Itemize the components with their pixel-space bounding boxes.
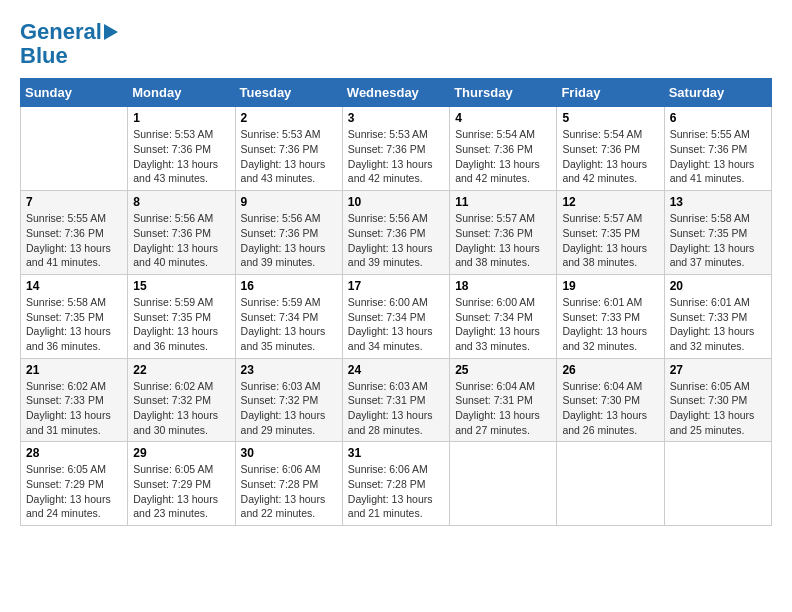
col-header-tuesday: Tuesday <box>235 79 342 107</box>
day-info: Sunrise: 5:57 AM Sunset: 7:36 PM Dayligh… <box>455 211 551 270</box>
week-row-5: 28Sunrise: 6:05 AM Sunset: 7:29 PM Dayli… <box>21 442 772 526</box>
calendar-cell: 2Sunrise: 5:53 AM Sunset: 7:36 PM Daylig… <box>235 107 342 191</box>
calendar-cell: 17Sunrise: 6:00 AM Sunset: 7:34 PM Dayli… <box>342 274 449 358</box>
calendar-cell: 11Sunrise: 5:57 AM Sunset: 7:36 PM Dayli… <box>450 191 557 275</box>
col-header-thursday: Thursday <box>450 79 557 107</box>
day-info: Sunrise: 5:54 AM Sunset: 7:36 PM Dayligh… <box>455 127 551 186</box>
day-info: Sunrise: 6:05 AM Sunset: 7:30 PM Dayligh… <box>670 379 766 438</box>
calendar-cell: 20Sunrise: 6:01 AM Sunset: 7:33 PM Dayli… <box>664 274 771 358</box>
day-number: 19 <box>562 279 658 293</box>
calendar-cell: 5Sunrise: 5:54 AM Sunset: 7:36 PM Daylig… <box>557 107 664 191</box>
day-info: Sunrise: 5:53 AM Sunset: 7:36 PM Dayligh… <box>241 127 337 186</box>
day-number: 26 <box>562 363 658 377</box>
day-info: Sunrise: 5:59 AM Sunset: 7:34 PM Dayligh… <box>241 295 337 354</box>
calendar-cell <box>557 442 664 526</box>
day-info: Sunrise: 6:01 AM Sunset: 7:33 PM Dayligh… <box>670 295 766 354</box>
calendar-cell: 21Sunrise: 6:02 AM Sunset: 7:33 PM Dayli… <box>21 358 128 442</box>
day-info: Sunrise: 6:03 AM Sunset: 7:31 PM Dayligh… <box>348 379 444 438</box>
day-info: Sunrise: 6:06 AM Sunset: 7:28 PM Dayligh… <box>241 462 337 521</box>
day-number: 21 <box>26 363 122 377</box>
week-row-2: 7Sunrise: 5:55 AM Sunset: 7:36 PM Daylig… <box>21 191 772 275</box>
day-number: 18 <box>455 279 551 293</box>
day-info: Sunrise: 5:56 AM Sunset: 7:36 PM Dayligh… <box>133 211 229 270</box>
day-number: 24 <box>348 363 444 377</box>
calendar-cell: 26Sunrise: 6:04 AM Sunset: 7:30 PM Dayli… <box>557 358 664 442</box>
col-header-sunday: Sunday <box>21 79 128 107</box>
calendar-cell: 9Sunrise: 5:56 AM Sunset: 7:36 PM Daylig… <box>235 191 342 275</box>
calendar-cell: 14Sunrise: 5:58 AM Sunset: 7:35 PM Dayli… <box>21 274 128 358</box>
calendar-cell: 28Sunrise: 6:05 AM Sunset: 7:29 PM Dayli… <box>21 442 128 526</box>
col-header-monday: Monday <box>128 79 235 107</box>
day-info: Sunrise: 5:53 AM Sunset: 7:36 PM Dayligh… <box>348 127 444 186</box>
day-info: Sunrise: 5:59 AM Sunset: 7:35 PM Dayligh… <box>133 295 229 354</box>
calendar-cell <box>21 107 128 191</box>
calendar-cell: 30Sunrise: 6:06 AM Sunset: 7:28 PM Dayli… <box>235 442 342 526</box>
day-info: Sunrise: 6:05 AM Sunset: 7:29 PM Dayligh… <box>133 462 229 521</box>
day-number: 28 <box>26 446 122 460</box>
day-info: Sunrise: 6:00 AM Sunset: 7:34 PM Dayligh… <box>348 295 444 354</box>
day-number: 25 <box>455 363 551 377</box>
day-number: 20 <box>670 279 766 293</box>
day-info: Sunrise: 5:56 AM Sunset: 7:36 PM Dayligh… <box>348 211 444 270</box>
day-number: 11 <box>455 195 551 209</box>
day-number: 5 <box>562 111 658 125</box>
day-number: 27 <box>670 363 766 377</box>
calendar-cell: 10Sunrise: 5:56 AM Sunset: 7:36 PM Dayli… <box>342 191 449 275</box>
day-number: 29 <box>133 446 229 460</box>
calendar-cell: 22Sunrise: 6:02 AM Sunset: 7:32 PM Dayli… <box>128 358 235 442</box>
day-number: 6 <box>670 111 766 125</box>
calendar-table: SundayMondayTuesdayWednesdayThursdayFrid… <box>20 78 772 526</box>
day-info: Sunrise: 6:02 AM Sunset: 7:33 PM Dayligh… <box>26 379 122 438</box>
day-info: Sunrise: 6:00 AM Sunset: 7:34 PM Dayligh… <box>455 295 551 354</box>
calendar-cell: 27Sunrise: 6:05 AM Sunset: 7:30 PM Dayli… <box>664 358 771 442</box>
calendar-cell: 8Sunrise: 5:56 AM Sunset: 7:36 PM Daylig… <box>128 191 235 275</box>
day-info: Sunrise: 5:54 AM Sunset: 7:36 PM Dayligh… <box>562 127 658 186</box>
day-number: 2 <box>241 111 337 125</box>
day-number: 31 <box>348 446 444 460</box>
day-number: 7 <box>26 195 122 209</box>
day-number: 3 <box>348 111 444 125</box>
day-number: 8 <box>133 195 229 209</box>
day-info: Sunrise: 6:04 AM Sunset: 7:30 PM Dayligh… <box>562 379 658 438</box>
day-info: Sunrise: 5:57 AM Sunset: 7:35 PM Dayligh… <box>562 211 658 270</box>
calendar-cell: 15Sunrise: 5:59 AM Sunset: 7:35 PM Dayli… <box>128 274 235 358</box>
day-number: 1 <box>133 111 229 125</box>
col-header-saturday: Saturday <box>664 79 771 107</box>
header-row: SundayMondayTuesdayWednesdayThursdayFrid… <box>21 79 772 107</box>
calendar-cell: 19Sunrise: 6:01 AM Sunset: 7:33 PM Dayli… <box>557 274 664 358</box>
calendar-cell: 7Sunrise: 5:55 AM Sunset: 7:36 PM Daylig… <box>21 191 128 275</box>
day-number: 15 <box>133 279 229 293</box>
day-number: 10 <box>348 195 444 209</box>
calendar-cell: 3Sunrise: 5:53 AM Sunset: 7:36 PM Daylig… <box>342 107 449 191</box>
week-row-1: 1Sunrise: 5:53 AM Sunset: 7:36 PM Daylig… <box>21 107 772 191</box>
day-info: Sunrise: 6:02 AM Sunset: 7:32 PM Dayligh… <box>133 379 229 438</box>
logo-line1: General <box>20 20 102 44</box>
day-number: 13 <box>670 195 766 209</box>
calendar-cell: 6Sunrise: 5:55 AM Sunset: 7:36 PM Daylig… <box>664 107 771 191</box>
day-number: 23 <box>241 363 337 377</box>
day-number: 30 <box>241 446 337 460</box>
day-info: Sunrise: 5:55 AM Sunset: 7:36 PM Dayligh… <box>670 127 766 186</box>
calendar-cell: 12Sunrise: 5:57 AM Sunset: 7:35 PM Dayli… <box>557 191 664 275</box>
logo-arrow-icon <box>104 24 118 40</box>
calendar-cell: 16Sunrise: 5:59 AM Sunset: 7:34 PM Dayli… <box>235 274 342 358</box>
day-number: 12 <box>562 195 658 209</box>
week-row-3: 14Sunrise: 5:58 AM Sunset: 7:35 PM Dayli… <box>21 274 772 358</box>
calendar-cell <box>664 442 771 526</box>
logo: General Blue <box>20 20 118 68</box>
day-info: Sunrise: 5:58 AM Sunset: 7:35 PM Dayligh… <box>670 211 766 270</box>
day-info: Sunrise: 6:06 AM Sunset: 7:28 PM Dayligh… <box>348 462 444 521</box>
calendar-cell: 31Sunrise: 6:06 AM Sunset: 7:28 PM Dayli… <box>342 442 449 526</box>
day-number: 9 <box>241 195 337 209</box>
day-info: Sunrise: 5:58 AM Sunset: 7:35 PM Dayligh… <box>26 295 122 354</box>
day-info: Sunrise: 6:04 AM Sunset: 7:31 PM Dayligh… <box>455 379 551 438</box>
calendar-cell: 4Sunrise: 5:54 AM Sunset: 7:36 PM Daylig… <box>450 107 557 191</box>
day-info: Sunrise: 6:01 AM Sunset: 7:33 PM Dayligh… <box>562 295 658 354</box>
calendar-cell: 23Sunrise: 6:03 AM Sunset: 7:32 PM Dayli… <box>235 358 342 442</box>
day-number: 16 <box>241 279 337 293</box>
day-info: Sunrise: 5:55 AM Sunset: 7:36 PM Dayligh… <box>26 211 122 270</box>
calendar-cell <box>450 442 557 526</box>
day-info: Sunrise: 5:56 AM Sunset: 7:36 PM Dayligh… <box>241 211 337 270</box>
logo-line2: Blue <box>20 44 68 68</box>
day-number: 4 <box>455 111 551 125</box>
